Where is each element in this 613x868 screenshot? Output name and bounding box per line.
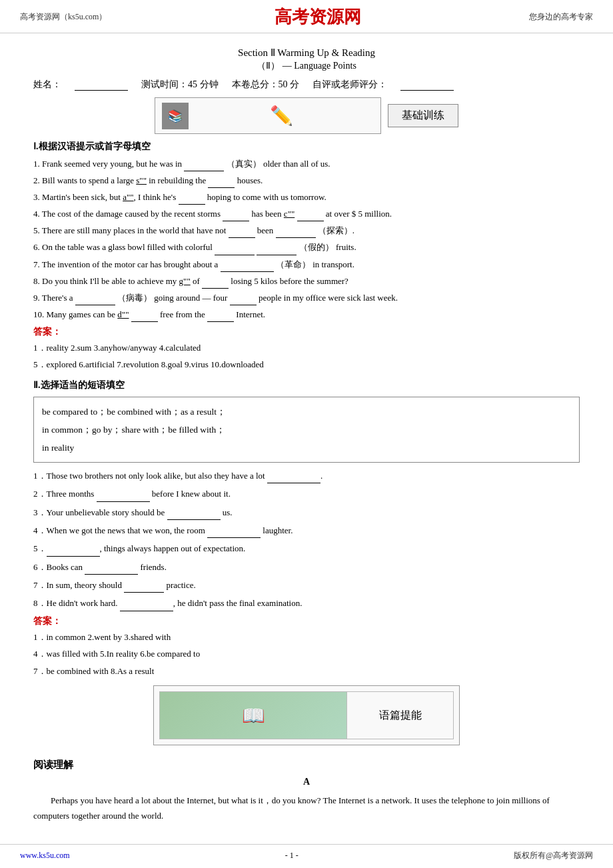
q2-6: 6．Books can friends. — [33, 559, 580, 575]
name-field[interactable] — [75, 79, 128, 91]
answer2-line2: 4．was filled with 5.In reality 6.be comp… — [33, 646, 580, 661]
footer-banner-label: 语篇提能 — [379, 709, 422, 723]
section-title: Section Ⅱ Warming Up & Reading — [33, 47, 580, 59]
answer2-label: 答案： — [33, 615, 580, 627]
footer-banner-label-area: 语篇提能 — [346, 692, 453, 739]
site-logo: 高考资源网 — [275, 5, 361, 29]
banner-icon: 📚 — [162, 103, 189, 129]
answer1-line1: 1．reality 2.sum 3.anyhow/anyway 4.calcul… — [33, 340, 580, 355]
q1-2: 2. Bill wants to spend a large s"" in re… — [33, 173, 580, 188]
footer-banner: 📖 语篇提能 — [33, 685, 580, 745]
info-line: 姓名： 测试时间：45 分钟 本卷总分：50 分 自评或老师评分： — [33, 79, 580, 91]
reading-section: 阅读理解 A Perhaps you have heard a lot abou… — [33, 759, 580, 824]
footer-img-icon: 📖 — [242, 705, 265, 727]
name-label: 姓名： — [33, 79, 61, 91]
answer1-line2: 5．explored 6.artificial 7.revolution 8.g… — [33, 357, 580, 372]
phrase-text: be compared to；be combined with；as a res… — [42, 407, 226, 417]
q2-8: 8．He didn't work hard. , he didn't pass … — [33, 595, 580, 611]
q1-3: 3. Martin's been sick, but a"", I think … — [33, 190, 580, 205]
questions2-list: 1．Those two brothers not only look alike… — [33, 468, 580, 611]
page-footer: www.ks5u.com - 1 - 版权所有@高考资源网 — [0, 844, 613, 867]
q2-1: 1．Those two brothers not only look alike… — [33, 468, 580, 483]
banner-label: 基础训练 — [388, 104, 458, 127]
header-left: 高考资源网（ks5u.com） — [20, 11, 107, 23]
footer-right: 版权所有@高考资源网 — [514, 850, 593, 861]
reading-heading: 阅读理解 — [33, 759, 580, 771]
q2-2: 2．Three months before I knew about it. — [33, 486, 580, 501]
section-subtitle: （Ⅱ） — Language Points — [33, 60, 580, 72]
q2-4: 4．When we got the news that we won, the … — [33, 523, 580, 538]
reading-para: Perhaps you have heard a lot about the I… — [33, 793, 580, 824]
footer-banner-box: 📖 语篇提能 — [153, 685, 460, 745]
total-label: 本卷总分：50 分 — [232, 79, 300, 91]
answer1-label: 答案： — [33, 326, 580, 338]
q1-10: 10. Many games can be d"" free from the … — [33, 307, 580, 322]
q1-1: 1. Frank seemed very young, but he was i… — [33, 157, 580, 171]
pencil-icon: ✏️ — [270, 105, 293, 127]
q1-8: 8. Do you think I'll be able to achieve … — [33, 274, 580, 289]
section2-heading: Ⅱ.选择适当的短语填空 — [33, 379, 580, 391]
phrase-box: be compared to；be combined with；as a res… — [33, 397, 580, 463]
answer2-line1: 1．in common 2.went by 3.shared with — [33, 629, 580, 645]
page-header: 高考资源网（ks5u.com） 高考资源网 您身边的高考专家 — [0, 0, 613, 33]
q1-9: 9. There's a （病毒） going around — four pe… — [33, 291, 580, 305]
time-label: 测试时间：45 分钟 — [141, 79, 219, 91]
blank-1-1 — [184, 161, 224, 171]
score-field[interactable] — [400, 79, 454, 91]
score-label: 自评或老师评分： — [312, 79, 387, 91]
banner-box: 📚 ✏️ 基础训练 — [147, 97, 466, 134]
answer2-line3: 7．be combined with 8.As a result — [33, 663, 580, 679]
book-icon: 📚 — [168, 109, 183, 123]
header-right: 您身边的高考专家 — [529, 11, 593, 23]
banner-pencil-area: ✏️ — [189, 105, 374, 127]
q1-5: 5. There are still many places in the wo… — [33, 223, 580, 238]
q2-5: 5．, things always happen out of expectat… — [33, 541, 580, 556]
banner-image-area: 📚 ✏️ — [155, 97, 381, 134]
footer-center: - 1 - — [285, 851, 299, 861]
reading-subtitle: A — [33, 777, 580, 787]
section1-heading: Ⅰ.根据汉语提示或首字母填空 — [33, 141, 580, 153]
phrase-text3: in reality — [42, 443, 74, 453]
questions1-list: 1. Frank seemed very young, but he was i… — [33, 157, 580, 322]
q1-7: 7. The invention of the motor car has br… — [33, 257, 580, 272]
q2-7: 7．In sum, theory should practice. — [33, 577, 580, 593]
q1-4: 4. The cost of the damage caused by the … — [33, 207, 580, 221]
footer-banner-img: 📖 — [160, 692, 346, 739]
main-content: Section Ⅱ Warming Up & Reading （Ⅱ） — Lan… — [0, 33, 613, 831]
q2-3: 3．Your unbelievable story should be us. — [33, 505, 580, 520]
footer-left: www.ks5u.com — [20, 851, 70, 861]
phrase-text2: in common；go by；share with；be filled wit… — [42, 425, 225, 435]
q1-6: 6. On the table was a glass bowl filled … — [33, 240, 580, 255]
